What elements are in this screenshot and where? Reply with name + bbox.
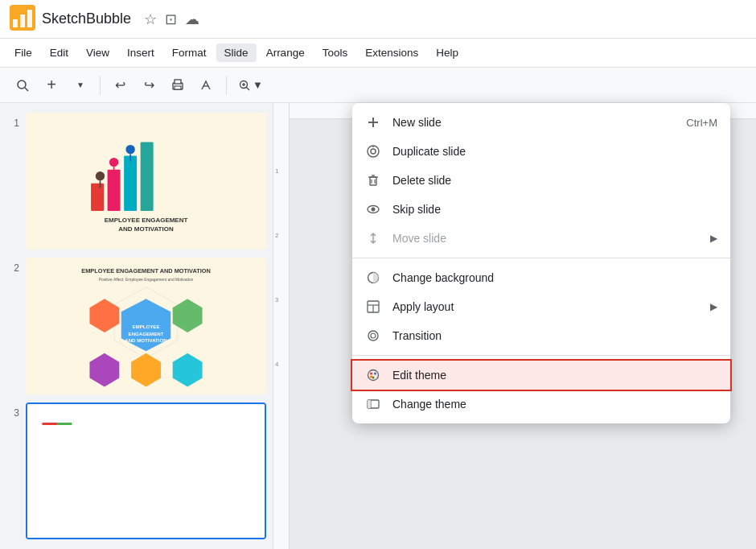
menu-item-change-background[interactable]: Change background	[352, 263, 730, 292]
menu-item-move-slide[interactable]: Move slide ▶	[352, 224, 730, 253]
move-slide-arrow: ▶	[710, 233, 717, 244]
svg-point-64	[370, 373, 372, 375]
svg-point-65	[374, 373, 376, 375]
duplicate-icon	[365, 143, 381, 159]
dropdown-overlay: New slide Ctrl+M Duplicate slide Delete …	[0, 0, 756, 549]
menu-item-new-slide[interactable]: New slide Ctrl+M	[352, 108, 730, 137]
move-slide-icon	[365, 230, 381, 246]
svg-rect-49	[370, 177, 376, 185]
dropdown-divider-1	[352, 258, 730, 258]
svg-point-46	[368, 146, 379, 157]
edit-theme-label: Edit theme	[392, 369, 717, 382]
plus-icon	[365, 114, 381, 130]
change-theme-label: Change theme	[392, 398, 717, 411]
delete-slide-label: Delete slide	[392, 174, 717, 187]
menu-item-change-theme[interactable]: Change theme	[352, 390, 730, 419]
apply-layout-label: Apply layout	[392, 300, 699, 313]
new-slide-shortcut: Ctrl+M	[686, 117, 717, 129]
move-slide-label: Move slide	[392, 232, 699, 245]
menu-item-transition[interactable]: Transition	[352, 321, 730, 350]
menu-item-duplicate-slide[interactable]: Duplicate slide	[352, 137, 730, 166]
svg-rect-70	[368, 400, 371, 408]
svg-point-62	[371, 333, 376, 338]
transition-icon	[365, 328, 381, 344]
svg-point-61	[368, 331, 378, 341]
eye-icon	[365, 201, 381, 217]
skip-slide-label: Skip slide	[392, 203, 717, 216]
change-theme-icon	[365, 396, 381, 412]
background-icon	[365, 270, 381, 286]
svg-point-67	[370, 376, 372, 378]
apply-layout-arrow: ▶	[710, 301, 717, 312]
transition-label: Transition	[392, 329, 717, 342]
svg-point-47	[371, 149, 376, 154]
menu-item-apply-layout[interactable]: Apply layout ▶	[352, 292, 730, 321]
svg-point-55	[372, 208, 376, 212]
trash-icon	[365, 172, 381, 188]
layout-icon	[365, 299, 381, 315]
menu-item-skip-slide[interactable]: Skip slide	[352, 195, 730, 224]
menu-item-edit-theme[interactable]: Edit theme	[352, 361, 730, 390]
change-background-label: Change background	[392, 271, 717, 284]
menu-item-delete-slide[interactable]: Delete slide	[352, 166, 730, 195]
slide-dropdown-menu: New slide Ctrl+M Duplicate slide Delete …	[352, 103, 730, 423]
svg-point-63	[368, 370, 379, 381]
duplicate-slide-label: Duplicate slide	[392, 145, 717, 158]
palette-icon	[365, 367, 381, 383]
new-slide-label: New slide	[392, 116, 675, 129]
dropdown-divider-2	[352, 355, 730, 356]
